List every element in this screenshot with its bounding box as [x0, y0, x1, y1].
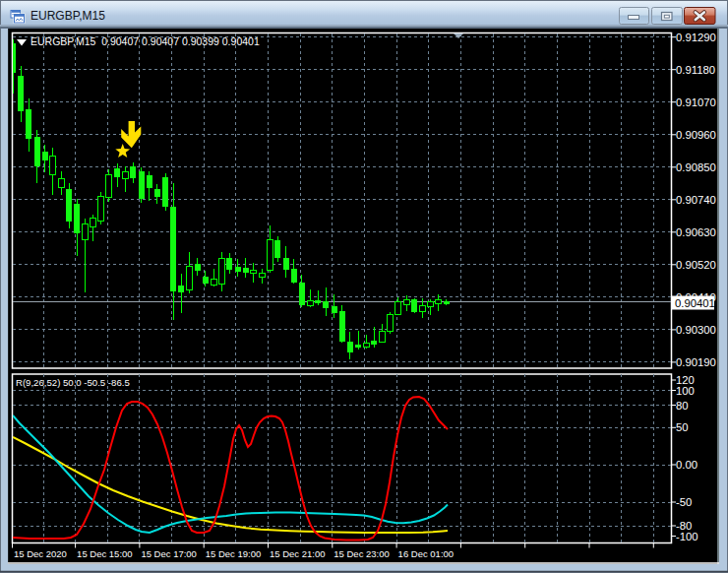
- svg-text:0.90960: 0.90960: [676, 129, 716, 141]
- svg-text:15 Dec 19:00: 15 Dec 19:00: [206, 548, 262, 559]
- svg-text:16 Dec 01:00: 16 Dec 01:00: [398, 548, 455, 559]
- svg-text:15 Dec 2020: 15 Dec 2020: [14, 548, 67, 559]
- svg-text:0.90401: 0.90401: [675, 297, 715, 309]
- svg-text:0.90190: 0.90190: [676, 356, 716, 368]
- svg-text:0.91180: 0.91180: [676, 64, 715, 76]
- svg-text:100: 100: [676, 385, 695, 397]
- svg-text:15 Dec 17:00: 15 Dec 17:00: [141, 548, 197, 559]
- svg-text:0.91070: 0.91070: [676, 96, 716, 108]
- svg-text:15 Dec 23:00: 15 Dec 23:00: [334, 548, 390, 559]
- svg-text:0.90300: 0.90300: [676, 324, 716, 336]
- svg-text:0.90850: 0.90850: [676, 161, 716, 173]
- svg-text:0.90630: 0.90630: [676, 226, 716, 238]
- svg-text:50: 50: [676, 421, 689, 433]
- svg-text:0.90740: 0.90740: [676, 194, 716, 206]
- svg-text:EURGBP,M15 0.90407 0.90407 0.: EURGBP,M15 0.90407 0.90407 0.90399 0.904…: [30, 35, 260, 47]
- svg-text:-50: -50: [676, 496, 692, 508]
- svg-text:0.90520: 0.90520: [676, 259, 716, 271]
- svg-text:EURGBP,M15: EURGBP,M15: [30, 9, 105, 23]
- svg-text:-100: -100: [676, 531, 698, 542]
- svg-text:15 Dec 21:00: 15 Dec 21:00: [270, 548, 326, 559]
- svg-text:R(9,26,52) 50.0 -50.5 -86.5: R(9,26,52) 50.0 -50.5 -86.5: [16, 377, 130, 388]
- svg-text:0.00: 0.00: [676, 459, 698, 471]
- svg-text:0.91290: 0.91290: [676, 32, 716, 43]
- svg-text:15 Dec 15:00: 15 Dec 15:00: [77, 548, 133, 559]
- svg-text:80: 80: [676, 400, 689, 412]
